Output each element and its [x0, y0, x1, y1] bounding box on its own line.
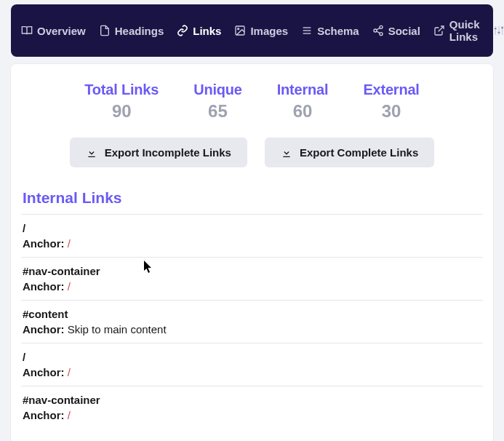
svg-point-6: [374, 29, 377, 32]
link-url[interactable]: /: [23, 222, 481, 234]
internal-links-list: /Anchor: /#nav-containerAnchor: /#conten…: [21, 214, 483, 429]
external-link-icon: [433, 25, 445, 36]
stat-label: External: [363, 82, 419, 98]
tab-label: Headings: [115, 25, 164, 37]
link-icon: [177, 25, 188, 36]
link-anchor-line: Anchor: /: [23, 366, 481, 378]
tab-label: Schema: [317, 25, 359, 37]
link-anchor-line: Anchor: /: [23, 409, 481, 421]
anchor-value: Skip to main content: [68, 323, 167, 335]
link-row: /Anchor: /: [21, 343, 483, 386]
link-url[interactable]: #nav-container: [23, 265, 481, 277]
svg-line-9: [376, 31, 380, 33]
svg-point-13: [497, 31, 500, 33]
stat-unique: Unique 65: [193, 82, 242, 122]
section-title-internal-links: Internal Links: [21, 189, 483, 207]
stat-label: Total Links: [84, 82, 159, 98]
tab-quick-links[interactable]: Quick Links: [433, 18, 480, 43]
button-label: Export Incomplete Links: [105, 146, 231, 159]
svg-point-1: [238, 28, 239, 30]
image-icon: [234, 25, 246, 36]
svg-line-8: [376, 28, 380, 30]
tab-schema[interactable]: Schema: [301, 25, 359, 37]
anchor-label: Anchor:: [23, 409, 68, 421]
download-icon: [86, 147, 97, 159]
tab-headings[interactable]: Headings: [99, 25, 164, 37]
stat-value: 90: [84, 101, 159, 122]
tab-social[interactable]: Social: [372, 25, 420, 37]
stats-row: Total Links 90 Unique 65 Internal 60 Ext…: [21, 82, 483, 122]
anchor-label: Anchor:: [23, 323, 68, 335]
top-nav-bar: Overview Headings Links Images Schema So…: [11, 4, 493, 57]
stat-value: 60: [277, 101, 329, 122]
tab-label: Social: [388, 25, 420, 37]
anchor-label: Anchor:: [23, 237, 68, 250]
stat-value: 65: [193, 101, 242, 122]
stat-internal: Internal 60: [277, 82, 329, 122]
button-label: Export Complete Links: [300, 146, 418, 159]
link-anchor-line: Anchor: /: [23, 237, 481, 250]
tab-links[interactable]: Links: [177, 25, 221, 37]
stat-total-links: Total Links 90: [84, 82, 159, 122]
main-content: Total Links 90 Unique 65 Internal 60 Ext…: [11, 64, 493, 441]
stat-label: Internal: [277, 82, 329, 98]
sliders-icon: [493, 25, 504, 36]
stat-label: Unique: [193, 82, 242, 98]
tab-label: Links: [193, 25, 221, 37]
tab-settings[interactable]: [493, 25, 504, 36]
link-url[interactable]: #content: [23, 308, 481, 320]
export-incomplete-button[interactable]: Export Incomplete Links: [70, 138, 247, 167]
svg-point-11: [495, 28, 497, 30]
stat-value: 30: [363, 101, 419, 122]
link-anchor-line: Anchor: Skip to main content: [23, 323, 481, 335]
file-icon: [99, 25, 111, 36]
tab-label: Quick Links: [449, 18, 480, 43]
anchor-value: /: [68, 280, 71, 293]
anchor-value: /: [68, 366, 71, 378]
anchor-value: /: [68, 237, 71, 250]
link-url[interactable]: /: [23, 351, 481, 363]
svg-point-5: [380, 25, 383, 28]
share-icon: [372, 25, 384, 36]
tab-label: Overview: [37, 25, 86, 37]
stat-external: External 30: [363, 82, 419, 122]
anchor-label: Anchor:: [23, 366, 68, 378]
tab-label: Images: [250, 25, 288, 37]
list-icon: [301, 25, 313, 36]
link-row: #nav-containerAnchor: /: [21, 386, 483, 429]
tab-overview[interactable]: Overview: [21, 25, 86, 37]
link-row: #nav-containerAnchor: /: [21, 257, 483, 300]
anchor-label: Anchor:: [23, 280, 68, 293]
link-row: #contentAnchor: Skip to main content: [21, 300, 483, 343]
svg-point-7: [380, 33, 383, 36]
svg-point-15: [501, 27, 503, 29]
export-complete-button[interactable]: Export Complete Links: [265, 138, 434, 167]
download-icon: [281, 147, 292, 159]
link-row: /Anchor: /: [21, 214, 483, 257]
book-open-icon: [21, 25, 33, 36]
link-url[interactable]: #nav-container: [23, 394, 481, 406]
export-row: Export Incomplete Links Export Complete …: [21, 138, 483, 167]
anchor-value: /: [68, 409, 71, 421]
link-anchor-line: Anchor: /: [23, 280, 481, 293]
tab-images[interactable]: Images: [234, 25, 288, 37]
